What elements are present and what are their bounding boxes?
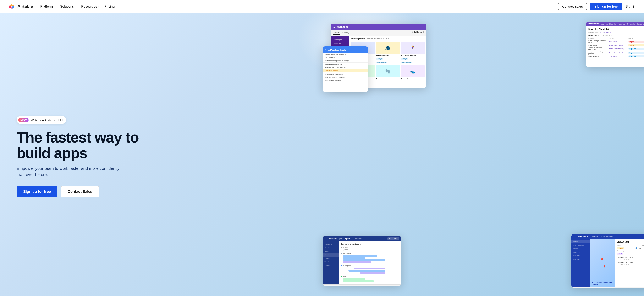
ops-map: 311 California Street, San Franc... 📍 📍	[590, 239, 615, 287]
map-pin-icon: 📍	[602, 265, 606, 269]
sidebar-inventory[interactable]: Inventory	[571, 250, 590, 254]
sidebar-insights[interactable]: Insights	[322, 267, 339, 271]
sidebar-store-locations[interactable]: Store locations	[571, 243, 590, 247]
tab-checklist[interactable]: New Hire Checklist	[600, 23, 616, 25]
tab-assets[interactable]: Assets	[333, 31, 340, 35]
ops-address: 311 California Street, San Franc...	[592, 281, 613, 285]
filter-blocked[interactable]: Blocked	[366, 38, 373, 40]
hero-headline: The fastest way to build apps	[16, 130, 322, 161]
signin-button[interactable]: Sign in	[626, 5, 636, 8]
tab-interview[interactable]: Interview	[618, 23, 626, 25]
hero-left: NEW Watch an AI demo + The fastest way t…	[0, 13, 335, 296]
sidebar-okrs[interactable]: OKRs	[322, 250, 339, 253]
tab-gallery[interactable]: Gallery	[342, 31, 349, 35]
marketing-title: Marketing	[337, 25, 349, 28]
filter-awaiting[interactable]: Awaiting review	[351, 38, 365, 40]
operations-card: ☰ Operations Stores Store locations Stor…	[571, 234, 644, 288]
chevron-down-icon: ›	[54, 5, 54, 8]
sidebar-campaigns[interactable]: Campaigns	[331, 38, 350, 41]
ops-sidebar: Stores Store locations Orders Inventory …	[571, 239, 590, 287]
plus-icon: +	[58, 118, 63, 122]
hero-right: ☰ Marketing Assets Gallery + Add asset C…	[335, 13, 644, 296]
tab-stores[interactable]: Stores	[592, 235, 598, 237]
sidebar-requests[interactable]: Requests	[331, 41, 350, 45]
ops-share-bar: ↗ Share	[571, 287, 644, 288]
start-date: Oct 26th, 2022	[602, 34, 613, 36]
ops-main: 311 California Street, San Franc... 📍 📍 …	[590, 239, 644, 287]
nav-pricing[interactable]: Pricing	[104, 5, 114, 8]
serial-number: Serial #SKU-001	[620, 259, 644, 261]
sprint-period: May 2023	[341, 249, 400, 251]
item-label: Centaur Pro - Purple	[618, 261, 634, 263]
list-item: Develop plan for engagement	[322, 66, 368, 69]
logo-link[interactable]: Airtable	[8, 3, 33, 10]
map-pin-icon: 📍	[600, 258, 604, 262]
bar	[343, 261, 371, 263]
onboarding-header: Onboarding New Hire Checklist Interview …	[586, 21, 644, 26]
contact-sales-button[interactable]: Contact Sales	[558, 3, 587, 10]
filter-more[interactable]: More ▾	[383, 38, 389, 40]
ordered-by-value: 👤 Logan Grammont	[635, 247, 644, 249]
tracker-header: Project Tracker / Directory	[322, 46, 368, 53]
bar	[343, 259, 386, 261]
sprints-share-bar: ↗ Share	[322, 285, 402, 286]
signup-button[interactable]: Sign up for free	[590, 3, 622, 10]
nav-solutions[interactable]: Solutions ›	[60, 5, 76, 8]
sidebar-orders[interactable]: Orders	[571, 247, 590, 250]
filter-rejected[interactable]: Rejected	[374, 38, 382, 40]
nav-platform[interactable]: Platform ›	[40, 5, 54, 8]
sprints-title: Product Ops	[329, 238, 342, 240]
sprint-main: Current and next sprint All sprints May …	[339, 241, 402, 285]
item-label: Centaur Pro - Green	[618, 257, 633, 259]
in-progress-row: In progress	[341, 265, 400, 267]
in-progress-bars	[343, 268, 400, 274]
product-type-label: Product type	[616, 250, 626, 252]
serial-number: Serial #SKU-002	[620, 264, 644, 265]
list-item: Send gift basket Pat Everett Important	[588, 55, 644, 57]
nav-resources[interactable]: Resources ›	[81, 5, 98, 8]
hero-contact-button[interactable]: Contact Sales	[61, 186, 99, 197]
add-asset-button[interactable]: + Add asset	[412, 31, 424, 35]
hero-signup-button[interactable]: Sign up for free	[16, 186, 58, 197]
not-started-row: Not started	[341, 252, 400, 254]
list-item: 🏃‍♀️ Runner on bleachers Lifestyle Winte…	[401, 42, 425, 64]
sidebar-sprints[interactable]: Sprints	[322, 253, 339, 257]
bar	[360, 272, 386, 274]
sidebar-feedback[interactable]: Feedback	[322, 243, 339, 246]
sidebar-backlog[interactable]: Backlog	[322, 264, 339, 267]
status-label: Status	[616, 245, 622, 247]
list-item: Brand refresh	[322, 56, 368, 59]
product-type-value-row: Shoes	[616, 253, 644, 255]
logo-icon	[8, 3, 16, 10]
sidebar-stores[interactable]: Stores	[571, 240, 590, 243]
list-item: Assign on-boarding partner Hikaru Kubo-K…	[588, 51, 644, 55]
ops-sku: #SKU-001	[616, 240, 644, 243]
onboarding-title: New Hire Checklist	[588, 28, 644, 30]
tab-referrals[interactable]: Referrals	[627, 23, 635, 25]
sidebar-roadmap[interactable]: Roadmap	[322, 246, 339, 250]
tab-store-locations[interactable]: Store locations	[601, 235, 614, 237]
sidebar-timeline[interactable]: Timeline	[322, 260, 339, 264]
nav-right: Contact Sales Sign up for free Sign in	[558, 3, 636, 10]
in-progress-label: In progress	[343, 265, 351, 267]
sidebar-planning[interactable]: Planning	[322, 257, 339, 260]
chevron-down-icon: ›	[98, 5, 99, 8]
ops-body: Stores Store locations Orders Inventory …	[571, 239, 644, 287]
tab-timeline[interactable]: Timeline	[355, 238, 362, 240]
tab-onboarding[interactable]: Onboarding	[588, 23, 599, 25]
not-started-dot	[341, 253, 342, 254]
sidebar-calendar[interactable]: Calendar	[571, 258, 590, 261]
hero-buttons: Sign up for free Contact Sales	[16, 186, 322, 197]
ai-demo-badge[interactable]: NEW Watch an AI demo +	[16, 116, 66, 124]
status-badge: Pending	[616, 247, 624, 249]
marketing-header: ☰ Marketing	[331, 24, 426, 30]
list-item: Customer journey mapping	[322, 76, 368, 79]
tab-references[interactable]: References	[636, 23, 644, 25]
add-task-button[interactable]: + Add task	[388, 237, 399, 240]
bar	[354, 268, 386, 270]
sidebar-records[interactable]: Records	[571, 254, 590, 258]
list-item: Marketing overhaul campaign	[322, 53, 368, 56]
ops-detail: #SKU-001 Status Ordered by Pending 👤 Log…	[615, 239, 644, 287]
tab-sprints[interactable]: Sprints	[345, 238, 352, 240]
ops-status-row: Status Ordered by	[616, 245, 644, 247]
